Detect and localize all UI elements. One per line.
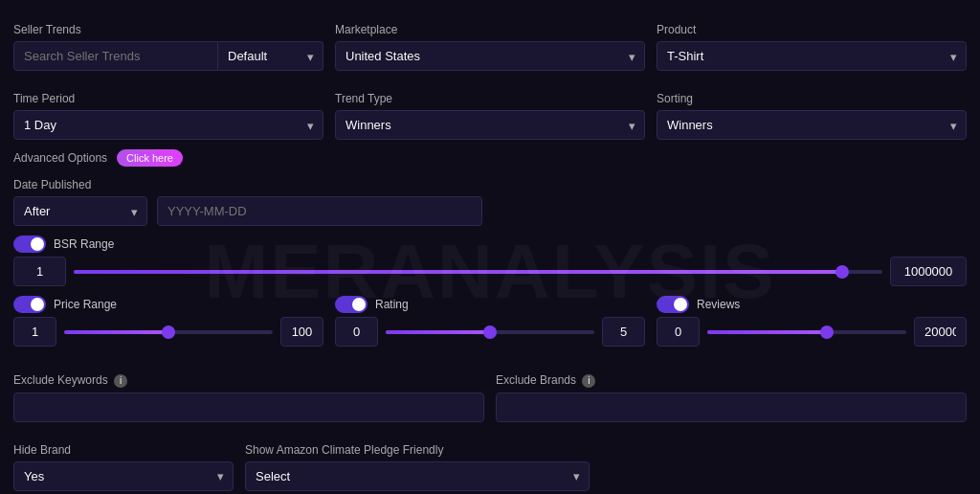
rating-toggle[interactable] — [335, 296, 368, 313]
marketplace-select[interactable]: United States United Kingdom Germany — [335, 41, 645, 71]
hide-brand-label: Hide Brand — [13, 443, 234, 457]
trend-type-label: Trend Type — [335, 92, 645, 105]
reviews-min-input[interactable] — [657, 317, 700, 347]
hide-brand-select[interactable]: Yes No — [13, 461, 234, 491]
rating-label: Rating — [375, 298, 409, 311]
sorting-label: Sorting — [657, 92, 967, 105]
exclude-keywords-label: Exclude Keywords i — [13, 373, 484, 388]
exclude-brands-label: Exclude Brands i — [496, 373, 967, 388]
reviews-label: Reviews — [697, 298, 740, 311]
price-range-label: Price Range — [54, 298, 117, 311]
exclude-keywords-input[interactable] — [13, 393, 484, 422]
product-label: Product — [657, 23, 967, 36]
rating-slider-wrapper — [386, 323, 594, 342]
time-period-select[interactable]: 1 Day 7 Days 30 Days — [13, 110, 323, 140]
bsr-range-label: BSR Range — [54, 237, 114, 251]
click-here-button[interactable]: Click here — [117, 149, 183, 167]
advanced-options-label: Advanced Options — [13, 151, 107, 165]
date-type-select[interactable]: After Before Between — [13, 196, 147, 226]
amazon-climate-label: Show Amazon Climate Pledge Friendly — [245, 443, 590, 457]
seller-trends-default-select[interactable]: Default Custom — [218, 41, 323, 71]
rating-min-input[interactable] — [335, 317, 378, 347]
date-published-label: Date Published — [13, 178, 967, 191]
amazon-climate-select[interactable]: Select Yes No — [245, 461, 590, 491]
reviews-slider-wrapper — [707, 323, 906, 342]
trend-type-select[interactable]: Winners Losers New — [335, 110, 645, 140]
sorting-select[interactable]: Winners Losers New — [657, 110, 967, 140]
price-min-input[interactable] — [13, 317, 56, 347]
marketplace-label: Marketplace — [335, 23, 645, 36]
price-max-input[interactable] — [280, 317, 323, 347]
bsr-min-input[interactable] — [13, 257, 66, 286]
bsr-range-toggle[interactable] — [13, 236, 46, 253]
price-range-slider-wrapper — [64, 323, 273, 342]
seller-trends-label: Seller Trends — [13, 23, 323, 36]
product-select[interactable]: T-Shirt Hoodie Mug — [657, 41, 967, 71]
reviews-toggle[interactable] — [657, 296, 689, 313]
date-input[interactable] — [157, 196, 482, 226]
bsr-range-slider-wrapper — [74, 262, 882, 281]
reviews-max-input[interactable] — [914, 317, 967, 347]
bsr-max-input[interactable] — [890, 257, 967, 286]
price-range-toggle[interactable] — [13, 296, 46, 313]
rating-max-input[interactable] — [602, 317, 645, 347]
time-period-label: Time Period — [13, 92, 323, 105]
exclude-keywords-info-icon: i — [114, 374, 127, 388]
exclude-brands-input[interactable] — [496, 393, 967, 422]
exclude-brands-info-icon: i — [582, 374, 595, 388]
search-seller-input[interactable] — [13, 41, 218, 71]
